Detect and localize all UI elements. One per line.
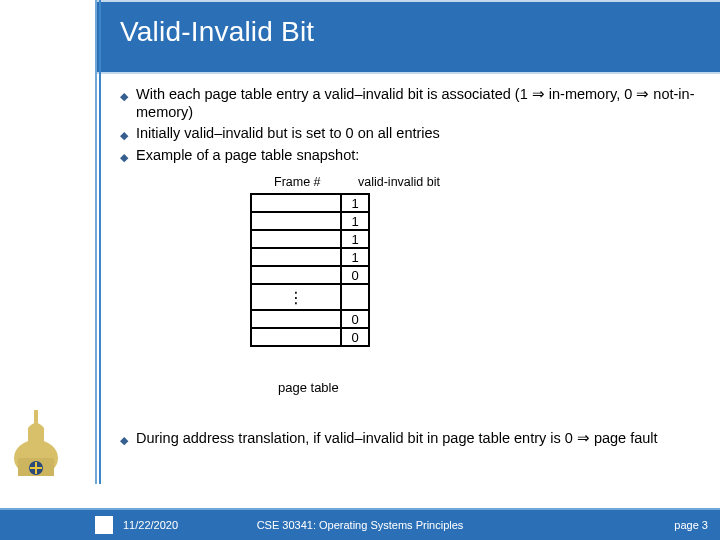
page-title: Valid-Invalid Bit [120,16,314,48]
vib-cell: 0 [342,311,368,329]
bullet-text: Initially valid–invalid but is set to 0 … [136,125,440,143]
table-row: 0 [252,267,368,285]
bullet-text: Example of a page table snapshot: [136,147,359,165]
frame-cell [252,311,342,329]
page-table-grid: 1 1 1 1 0 ⋮ 0 0 [250,193,370,347]
frame-cell [252,267,342,285]
table-row-gap: ⋮ [252,285,368,311]
title-band: Valid-Invalid Bit [0,0,720,72]
page-table-caption: page table [278,380,339,395]
vib-cell: 0 [342,267,368,285]
footer-bar: 11/22/2020 CSE 30341: Operating Systems … [0,510,720,540]
bullet-item: ◆ With each page table entry a valid–inv… [120,86,696,121]
slide: Valid-Invalid Bit ◆ With each page table… [0,0,720,540]
table-row: 0 [252,329,368,347]
table-row: 1 [252,213,368,231]
bullet-text: With each page table entry a valid–inval… [136,86,696,121]
frame-cell [252,329,342,347]
bullet-list-top: ◆ With each page table entry a valid–inv… [120,86,696,169]
bullet-item: ◆ Initially valid–invalid but is set to … [120,125,696,143]
table-row: 0 [252,311,368,329]
title-rule-bot [95,72,720,74]
footer-page-number: page 3 [674,519,708,531]
table-row: 1 [252,195,368,213]
title-rule-top [95,0,720,2]
table-row: 1 [252,249,368,267]
vib-cell-gap [342,285,368,311]
svg-rect-5 [35,462,37,474]
frame-cell [252,195,342,213]
bullet-item: ◆ Example of a page table snapshot: [120,147,696,165]
vib-cell: 1 [342,195,368,213]
bullet-marker-icon: ◆ [120,90,128,121]
ellipsis-icon: ⋮ [252,285,342,311]
bullet-item: ◆ During address translation, if valid–i… [120,430,696,448]
bullet-list-bottom: ◆ During address translation, if valid–i… [120,430,696,452]
footer-course: CSE 30341: Operating Systems Principles [257,519,464,531]
table-row: 1 [252,231,368,249]
vib-cell: 1 [342,249,368,267]
footer-date: 11/22/2020 [123,519,263,531]
frame-column-label: Frame # [274,175,321,189]
frame-cell [252,213,342,231]
bullet-marker-icon: ◆ [120,129,128,143]
vib-cell: 1 [342,213,368,231]
bullet-marker-icon: ◆ [120,151,128,165]
footer-square-icon [95,516,113,534]
dome-logo-icon [10,400,62,478]
bullet-text: During address translation, if valid–inv… [136,430,658,448]
vib-cell: 0 [342,329,368,347]
vertical-rule-inner [99,0,101,484]
vib-cell: 1 [342,231,368,249]
frame-cell [252,231,342,249]
valid-invalid-column-label: valid-invalid bit [358,175,440,189]
frame-cell [252,249,342,267]
vertical-rule [95,0,97,484]
bullet-marker-icon: ◆ [120,434,128,448]
